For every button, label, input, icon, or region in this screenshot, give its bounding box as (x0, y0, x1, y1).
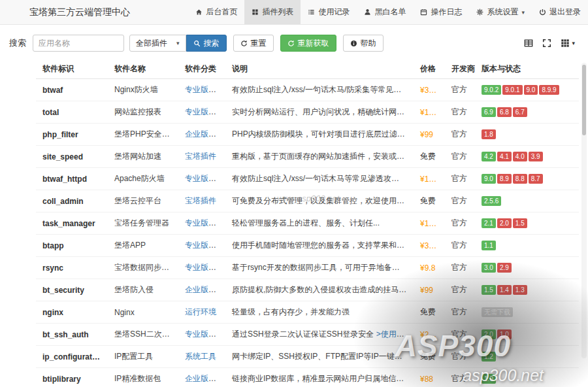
nav-item-label: 系统设置 (487, 7, 518, 18)
nav-item-settings[interactable]: 系统设置▾ (469, 0, 532, 24)
category-link[interactable]: 专业版插件 (185, 241, 224, 250)
version-badge[interactable]: 4.1 (497, 152, 512, 161)
cell-vendor: 官方 (445, 124, 475, 146)
category-link[interactable]: 企业版插件 (185, 374, 224, 383)
cell-category: 专业版插件 (178, 324, 225, 346)
grid-view-button[interactable]: ▾ (561, 39, 575, 48)
cell-plugin-id: nginx (36, 301, 108, 324)
version-badge[interactable]: 2.1 (482, 218, 496, 228)
cell-category: 专业版插件 (178, 101, 225, 124)
category-link[interactable]: 专业版插件 (185, 174, 224, 183)
nav-item-home[interactable]: 后台首页 (188, 0, 244, 24)
version-badge[interactable]: 9.0 (524, 85, 538, 95)
version-badge[interactable]: 8.9 (497, 174, 512, 184)
version-badge[interactable]: 2.0 (482, 329, 496, 339)
cell-price: 免费 (414, 301, 445, 324)
scrollbar-thumb[interactable] (582, 65, 586, 135)
table-row: bt_ssh_auth堡塔SSH二次认证专业版插件通过SSH登录二次认证保证SS… (36, 324, 579, 346)
help-button[interactable]: 帮助 (343, 35, 384, 52)
category-link[interactable]: 系统工具 (185, 352, 216, 361)
cell-price: 免费 (414, 190, 445, 212)
nav-item-logout[interactable]: 退出登录 (532, 0, 588, 24)
version-badge[interactable]: 4.2 (482, 152, 496, 161)
table-row: task_manager宝塔任务管理器专业版插件轻松管理服务器上的进程、服务、计… (36, 212, 579, 235)
category-link[interactable]: 宝塔插件 (185, 152, 216, 161)
column-header: 软件标识 (36, 59, 108, 79)
category-link[interactable]: 宝塔插件 (185, 196, 216, 205)
category-link[interactable]: 专业版插件 (185, 107, 224, 116)
version-badge[interactable]: 1.5 (513, 218, 527, 228)
cell-versions: 9.08.98.88.7 (475, 168, 579, 190)
cell-plugin-name: 堡塔云控平台 (108, 190, 178, 212)
version-badge[interactable]: 1.4 (497, 285, 512, 295)
cell-plugin-id: btwaf_httpd (36, 168, 108, 190)
nav-item-blacklist[interactable]: 黑白名单 (357, 0, 413, 24)
category-link[interactable]: 专业版插件 (185, 329, 224, 339)
version-badge[interactable]: 9.0.1 (502, 85, 522, 95)
cell-versions: 2.12.01.5 (475, 212, 579, 235)
column-header: 软件分类 (178, 59, 225, 79)
description-text: 重构版，基于页面缓存的网站加速插件，安装或升级到此... (232, 152, 414, 161)
version-badge[interactable]: 6.8 (497, 107, 512, 117)
refetch-button[interactable]: 重新获取 (280, 35, 336, 52)
nav-item-logs[interactable]: 操作日志 (413, 0, 469, 24)
nav-item-records[interactable]: 使用记录 (301, 0, 357, 24)
version-badge[interactable]: 3.0 (482, 263, 496, 273)
description-text: 有效防止sql注入/xss/一句话木马/防采集等常见渗透攻击... (232, 85, 414, 94)
cell-vendor: 官方 (445, 368, 475, 387)
version-badge[interactable]: 2.9 (497, 263, 512, 273)
table-row: total网站监控报表专业版插件实时分析网站运行、用户访问状况，精确统计网站流量… (36, 101, 579, 124)
cell-plugin-id: coll_admin (36, 190, 108, 212)
cell-description: 可免费及分布式管理，以及集群管控，欢迎使用，以及其... (225, 190, 414, 212)
version-badge[interactable]: 1.8 (482, 129, 496, 139)
cell-vendor: 官方 (445, 346, 475, 368)
cell-plugin-name: IP精准数据包 (108, 368, 178, 387)
category-link[interactable]: 企业版插件 (185, 129, 224, 139)
version-badge[interactable]: 1.0 (482, 374, 496, 384)
table-row: coll_admin堡塔云控平台宝塔插件可免费及分布式管理，以及集群管控，欢迎使… (36, 190, 579, 212)
cell-description: 原防提权,防御大多数的入侵提权攻击造成的挂马和被控制... (225, 279, 414, 301)
version-badge[interactable]: 6.9 (482, 107, 496, 117)
cell-category: 专业版插件 (178, 257, 225, 279)
version-badge[interactable]: 8.7 (529, 174, 543, 184)
version-badge[interactable]: 6.7 (513, 107, 527, 117)
category-link[interactable]: 专业版插件 (185, 263, 224, 272)
column-header: 软件名称 (108, 59, 178, 79)
version-badge[interactable]: 1.5 (482, 285, 496, 295)
category-link[interactable]: 运行环境 (185, 307, 216, 316)
category-select[interactable]: 全部插件 ▾ (129, 35, 186, 52)
search-icon (193, 40, 201, 47)
version-badge[interactable]: 2.0 (497, 218, 512, 228)
version-badge[interactable]: 1.3 (513, 285, 527, 295)
cell-plugin-name: 宝塔数据同步工具 (108, 257, 178, 279)
fullscreen-icon[interactable] (542, 39, 551, 48)
version-badge[interactable]: 2.5.6 (482, 196, 501, 206)
category-link[interactable]: 企业版插件 (185, 285, 224, 294)
search-input[interactable] (33, 35, 124, 52)
category-link[interactable]: 专业版插件 (185, 218, 224, 227)
version-badge[interactable]: 8.8 (513, 174, 527, 184)
cell-plugin-id: btapp (36, 235, 108, 257)
cell-plugin-id: bt_ssh_auth (36, 324, 108, 346)
description-text: 基于rsync开发的数据同步工具，可用于异地备份、多台主... (232, 263, 414, 272)
description-link[interactable]: >使用教程 (376, 329, 412, 339)
logs-icon (420, 8, 427, 16)
cell-versions: 1.0 (475, 368, 579, 387)
vertical-scrollbar[interactable] (581, 63, 587, 358)
columns-icon[interactable] (524, 39, 533, 48)
version-badge[interactable]: 3.9 (529, 152, 543, 161)
category-link[interactable]: 专业版插件 (185, 85, 224, 94)
table-body: btwafNginx防火墙专业版插件有效防止sql注入/xss/一句话木马/防采… (36, 79, 579, 387)
version-badge[interactable]: 9.0.2 (482, 85, 501, 95)
version-badge[interactable]: 1.1 (482, 241, 496, 250)
version-badge[interactable]: 9.0 (482, 174, 496, 184)
version-badge[interactable]: 4.0 (513, 152, 527, 161)
version-badge[interactable]: 1.0 (497, 329, 512, 339)
nav-item-plugins[interactable]: 插件列表 (244, 0, 301, 24)
search-button[interactable]: 搜索 (186, 35, 227, 52)
version-badge[interactable]: 无需下载 (482, 307, 513, 317)
version-badge[interactable]: 8.9.9 (539, 85, 559, 95)
reset-button[interactable]: 重置 (233, 35, 274, 52)
version-badge[interactable]: 1.2 (482, 352, 496, 362)
column-header: 说明 (225, 59, 414, 79)
